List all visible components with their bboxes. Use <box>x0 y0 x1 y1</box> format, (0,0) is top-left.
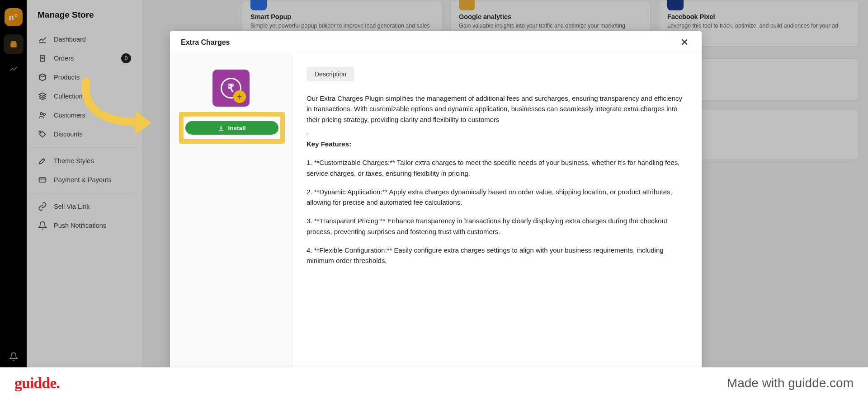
made-with-text: Made with guidde.com <box>727 376 854 390</box>
download-icon <box>218 125 224 131</box>
desc-intro: Our Extra Charges Plugin simplifies the … <box>307 93 687 125</box>
footer: guidde. Made with guidde.com <box>0 367 868 399</box>
close-icon[interactable]: ✕ <box>678 36 691 49</box>
plus-icon: + <box>233 90 246 103</box>
guidde-logo: guidde. <box>14 375 60 392</box>
description-body: Our Extra Charges Plugin simplifies the … <box>307 93 687 266</box>
key-features-heading: Key Features: <box>307 139 687 149</box>
feature-3: 3. **Transparent Pricing:** Enhance tran… <box>307 216 687 237</box>
modal-extra-charges: Extra Charges ✕ ₹ + Install Description … <box>170 31 702 399</box>
install-button[interactable]: Install <box>185 121 278 135</box>
modal-header: Extra Charges ✕ <box>170 31 702 54</box>
feature-1: 1. **Customizable Charges:** Tailor extr… <box>307 157 687 178</box>
modal-title: Extra Charges <box>181 38 230 47</box>
desc-dot: . <box>307 127 687 137</box>
feature-4: 4. **Flexible Configuration:** Easily co… <box>307 245 687 266</box>
modal-right-panel[interactable]: Description Our Extra Charges Plugin sim… <box>292 54 702 399</box>
description-tab[interactable]: Description <box>307 67 354 81</box>
install-label: Install <box>228 125 245 131</box>
feature-2: 2. **Dynamic Application:** Apply extra … <box>307 187 687 208</box>
plugin-icon: ₹ + <box>212 70 250 107</box>
modal-left-panel: ₹ + Install <box>170 54 292 399</box>
